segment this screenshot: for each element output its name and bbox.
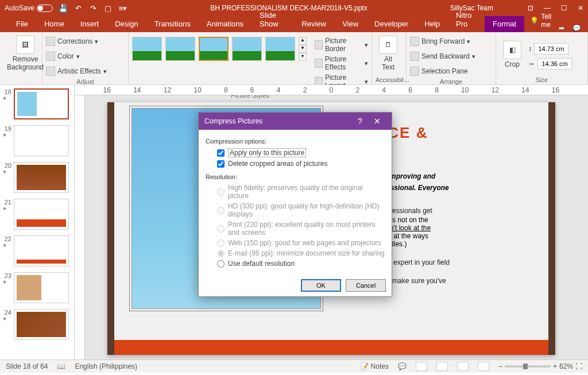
cancel-button[interactable]: Cancel (346, 279, 386, 292)
gallery-up-icon[interactable]: ▲ (299, 37, 307, 45)
dialog-title-bar[interactable]: Compress Pictures ? ✕ (199, 113, 392, 130)
remove-bg-icon: 🖼 (16, 36, 34, 54)
spellcheck-icon[interactable]: 📖 (57, 362, 65, 370)
tab-transitions[interactable]: Transitions (146, 16, 199, 32)
more-icon[interactable]: ≡▾ (118, 3, 127, 13)
notes-button[interactable]: 📝 Notes (360, 362, 389, 370)
reading-view-icon[interactable] (457, 362, 469, 371)
selection-pane-button[interactable]: Selection Pane (410, 65, 468, 77)
zoom-control[interactable]: − + 62% ⛶ (498, 362, 582, 370)
tell-me[interactable]: 💡Tell me (524, 9, 559, 32)
zoom-out-icon[interactable]: − (498, 362, 502, 370)
height-icon: ↕ (528, 45, 532, 53)
sorter-view-icon[interactable] (436, 362, 448, 371)
tab-view[interactable]: View (334, 16, 366, 32)
group-accessibility: Accessibil… (376, 75, 403, 84)
maximize-icon[interactable]: ☐ (561, 4, 567, 12)
delete-cropped-checkbox[interactable]: Delete cropped areas of pictures (206, 158, 385, 169)
color-icon (46, 52, 55, 61)
thumbnail-21[interactable]: 21★ (2, 199, 72, 230)
resolution-print-radio: Print (220 ppi): excellent quality on mo… (206, 219, 385, 238)
bring-forward-button[interactable]: Bring Forward ▾ (410, 36, 470, 47)
vertical-ruler (75, 95, 85, 359)
redo-icon[interactable]: ↷ (88, 3, 98, 13)
picture-effects-button[interactable]: Picture Effects ▾ (315, 54, 368, 72)
resolution-highfidelity-radio: High fidelity: preserves quality of the … (206, 183, 385, 201)
fit-icon[interactable]: ⛶ (575, 362, 582, 370)
slide-counter[interactable]: Slide 18 of 64 (6, 362, 48, 370)
resolution-label: Resolution: (206, 173, 385, 180)
tab-animations[interactable]: Animations (199, 16, 252, 32)
normal-view-icon[interactable] (416, 362, 427, 371)
compression-options-label: Compression options: (206, 138, 385, 145)
tab-slideshow[interactable]: Slide Show (252, 7, 293, 32)
language-label[interactable]: English (Philippines) (75, 362, 137, 370)
thumbnail-20[interactable]: 20★ (2, 162, 72, 193)
corrections-button[interactable]: Corrections ▾ (46, 36, 98, 47)
style-thumb[interactable] (132, 37, 162, 61)
width-icon: ↔ (528, 60, 535, 68)
tab-help[interactable]: Help (416, 16, 448, 32)
remove-background-button[interactable]: 🖼Remove Background (3, 33, 47, 74)
tab-developer[interactable]: Developer (366, 16, 416, 32)
thumbnail-18[interactable]: 18★ (2, 88, 72, 119)
apply-only-checkbox[interactable]: Apply only to this picture (206, 147, 385, 158)
thumbnail-22[interactable]: 22★ (2, 235, 72, 266)
zoom-in-icon[interactable]: + (553, 362, 557, 370)
color-button[interactable]: Color ▾ (46, 51, 80, 62)
width-input[interactable]: 14.36 cm (537, 58, 572, 69)
send-backward-button[interactable]: Send Backward ▾ (410, 51, 475, 62)
zoom-slider[interactable] (505, 365, 551, 368)
slide-footer-bar (114, 340, 548, 355)
forward-icon (410, 37, 419, 46)
autosave-toggle[interactable]: AutoSave (5, 4, 53, 12)
close-icon[interactable]: ✕ (578, 4, 583, 12)
alt-text-icon: 🗒 (379, 36, 397, 54)
thumbnail-24[interactable]: 24★ (2, 309, 72, 340)
slide-thumbnails[interactable]: 18★ 19★ 20★ 21★ 22★ 23★ 24★ (0, 85, 75, 359)
undo-icon[interactable]: ↶ (74, 3, 83, 13)
bulb-icon: 💡 (530, 17, 539, 25)
style-thumb[interactable] (165, 37, 195, 61)
horizontal-ruler: 1614121086420246810121416 (75, 85, 588, 95)
crop-icon: ◧ (503, 41, 521, 59)
tab-nitro[interactable]: Nitro Pro (448, 7, 485, 32)
alt-text-button[interactable]: 🗒Alt Text (376, 33, 401, 74)
tab-home[interactable]: Home (36, 16, 72, 32)
style-thumb[interactable] (199, 37, 229, 61)
gallery-more-icon[interactable]: ▾ (299, 53, 307, 61)
comments-icon[interactable]: 💬 (398, 362, 407, 370)
resolution-default-radio[interactable]: Use default resolution (206, 258, 385, 269)
gallery-down-icon[interactable]: ▼ (299, 45, 307, 53)
picture-styles-gallery[interactable]: ▲▼▾ (132, 33, 307, 61)
crop-button[interactable]: ◧Crop (500, 38, 525, 71)
compress-pictures-dialog: Compress Pictures ? ✕ Compression option… (198, 112, 392, 297)
tab-insert[interactable]: Insert (72, 16, 107, 32)
selection-icon (410, 67, 419, 76)
backward-icon (410, 52, 419, 61)
thumbnail-19[interactable]: 19★ (2, 125, 72, 156)
comments-icon[interactable]: 💬 (572, 24, 581, 32)
tab-review[interactable]: Review (294, 16, 335, 32)
style-thumb[interactable] (265, 37, 295, 61)
thumbnail-23[interactable]: 23★ (2, 272, 72, 303)
tab-file[interactable]: File (8, 16, 36, 32)
height-input[interactable]: 14.73 cm (534, 43, 568, 55)
zoom-percent[interactable]: 62% (559, 362, 573, 370)
artistic-effects-button[interactable]: Artistic Effects ▾ (46, 65, 107, 77)
save-icon[interactable]: 💾 (59, 3, 68, 13)
picture-border-button[interactable]: Picture Border ▾ (315, 36, 368, 54)
tab-format[interactable]: Format (485, 16, 524, 32)
slideshow-view-icon[interactable] (478, 362, 489, 371)
tab-design[interactable]: Design (107, 16, 146, 32)
style-thumb[interactable] (232, 37, 262, 61)
dialog-title: Compress Pictures (204, 117, 262, 125)
title-bar: AutoSave 💾 ↶ ↷ ▢ ≡▾ BH PROFESSIONALISM D… (0, 0, 588, 16)
start-icon[interactable]: ▢ (103, 3, 113, 13)
dialog-help-icon[interactable]: ? (351, 117, 369, 126)
share-icon[interactable]: ➦ (559, 24, 564, 32)
dialog-close-icon[interactable]: ✕ (369, 117, 386, 126)
ribbon: 🖼Remove Background Corrections ▾ Color ▾… (0, 32, 588, 85)
ok-button[interactable]: OK (301, 279, 341, 292)
resolution-email-radio: E-mail (96 ppi): minimize document size … (206, 248, 385, 258)
